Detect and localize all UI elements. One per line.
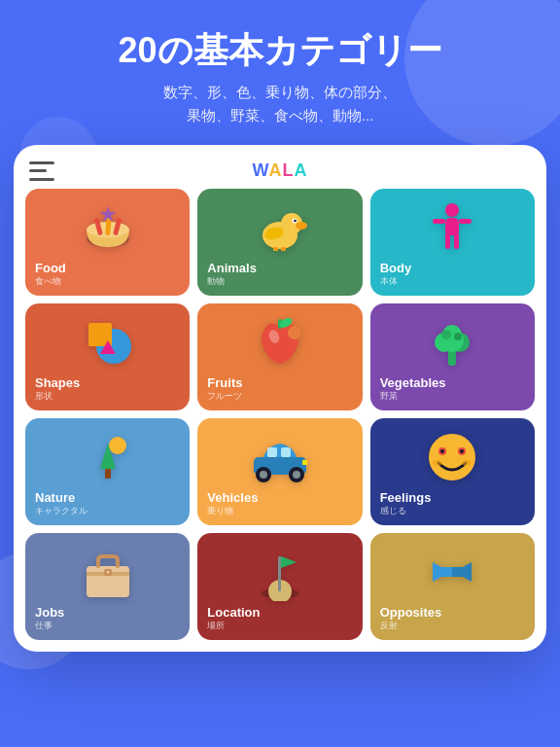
main-title: 20の基本カテゴリー: [19, 29, 541, 71]
grid-item-location[interactable]: Location 場所: [197, 533, 362, 640]
shapes-label: Shapes 形状: [35, 375, 180, 403]
svg-rect-17: [459, 219, 472, 224]
svg-point-26: [288, 326, 301, 339]
nature-icon-area: [35, 428, 180, 486]
grid-item-food[interactable]: Food 食べ物: [25, 189, 190, 296]
svg-rect-62: [433, 567, 452, 577]
location-label: Location 場所: [207, 605, 352, 632]
jobs-label: Jobs 仕事: [35, 605, 180, 632]
vegetables-label: Vegetables 野菜: [380, 375, 525, 403]
svg-rect-64: [452, 567, 472, 577]
food-icon-area: [35, 198, 180, 257]
svg-point-8: [296, 222, 307, 230]
app-card: WALA Food: [14, 145, 546, 652]
svg-point-48: [440, 449, 444, 453]
app-logo: WALA: [253, 160, 308, 181]
svg-rect-12: [273, 247, 278, 251]
svg-point-41: [260, 471, 267, 479]
grid-item-jobs[interactable]: Jobs 仕事: [25, 533, 190, 640]
svg-point-32: [441, 330, 451, 339]
grid-item-body[interactable]: Body 本体: [370, 189, 535, 296]
svg-point-45: [429, 434, 475, 480]
vegetables-icon-area: [380, 313, 525, 372]
svg-point-33: [454, 333, 462, 340]
svg-marker-60: [281, 556, 297, 568]
svg-rect-38: [267, 447, 277, 457]
subtitle: 数字、形、色、乗り物、体の部分、果物、野菜、食べ物、動物...: [19, 81, 541, 127]
feelings-label: Feelings 感じる: [380, 490, 525, 517]
location-icon-area: [207, 543, 352, 601]
grid-item-vehicles[interactable]: Vehicles 乗り物: [197, 418, 362, 525]
grid-item-vegetables[interactable]: Vegetables 野菜: [370, 303, 535, 410]
settings-icon[interactable]: [29, 161, 54, 181]
shapes-icon-area: [35, 313, 180, 372]
svg-point-49: [460, 449, 464, 453]
grid-item-fruits[interactable]: Fruits フルーツ: [197, 303, 362, 410]
grid-item-opposites[interactable]: Opposites 反射: [370, 533, 535, 640]
svg-rect-27: [448, 350, 456, 366]
food-label: Food 食べ物: [35, 261, 180, 288]
opposites-label: Opposites 反射: [380, 605, 525, 632]
grid-item-nature[interactable]: Nature キャラクタル: [25, 418, 190, 525]
svg-rect-44: [302, 460, 307, 465]
grid-item-shapes[interactable]: Shapes 形状: [25, 303, 190, 410]
svg-point-14: [445, 203, 459, 217]
header-section: 20の基本カテゴリー 数字、形、色、乗り物、体の部分、果物、野菜、食べ物、動物.…: [0, 0, 560, 145]
opposites-icon-area: [380, 543, 525, 601]
svg-rect-19: [454, 232, 459, 249]
svg-rect-59: [278, 556, 281, 591]
vehicles-icon-area: [207, 428, 352, 486]
app-header: WALA: [25, 155, 535, 189]
vehicles-label: Vehicles 乗り物: [207, 490, 352, 517]
svg-point-50: [433, 460, 442, 466]
animals-label: Animals 動物: [207, 261, 352, 288]
svg-rect-39: [281, 447, 291, 457]
svg-rect-16: [433, 219, 445, 224]
svg-rect-13: [281, 247, 286, 251]
svg-point-55: [106, 571, 109, 574]
fruits-label: Fruits フルーツ: [207, 375, 352, 403]
body-icon-area: [380, 198, 525, 257]
grid-item-animals[interactable]: Animals 動物: [197, 189, 362, 296]
svg-rect-18: [445, 232, 450, 249]
grid-item-feelings[interactable]: Feelings 感じる: [370, 418, 535, 525]
svg-point-43: [293, 471, 300, 479]
svg-rect-36: [105, 469, 111, 479]
category-grid: Food 食べ物: [25, 189, 535, 640]
feelings-icon-area: [380, 428, 525, 486]
jobs-icon-area: [35, 543, 180, 601]
svg-point-51: [462, 460, 472, 466]
svg-point-34: [109, 437, 126, 454]
fruits-icon-area: [207, 313, 352, 372]
animals-icon-area: [207, 198, 352, 257]
svg-point-10: [294, 220, 297, 223]
nature-label: Nature キャラクタル: [35, 490, 180, 517]
body-label: Body 本体: [380, 261, 525, 288]
